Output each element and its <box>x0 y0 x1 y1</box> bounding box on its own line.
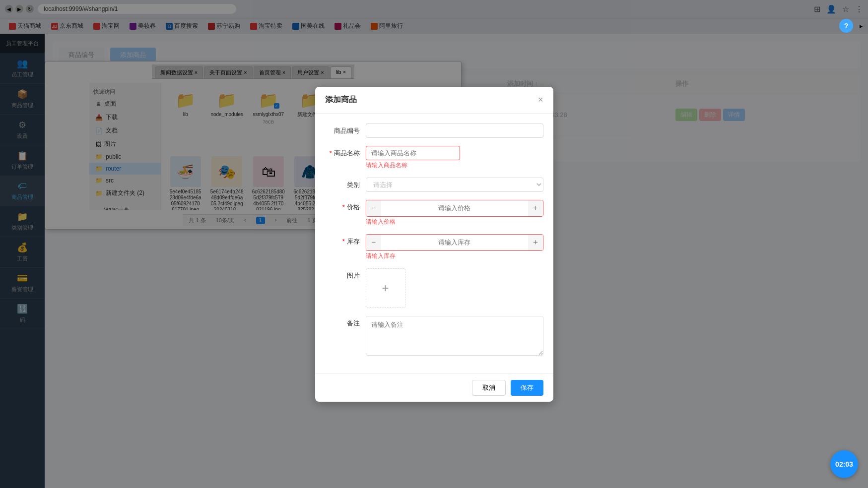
upload-plus-icon: + <box>382 281 389 295</box>
textarea-notes[interactable] <box>366 316 543 356</box>
error-stock: 请输入库存 <box>366 252 543 260</box>
modal-header: 添加商品 × <box>315 87 553 114</box>
form-row-image: 图片 + <box>325 268 543 308</box>
price-field-wrapper: － ＋ 请输入价格 <box>366 200 543 226</box>
label-stock: 库存 <box>325 234 360 246</box>
price-increment[interactable]: ＋ <box>528 200 543 216</box>
price-decrement[interactable]: － <box>366 200 381 216</box>
input-stock[interactable] <box>381 237 528 248</box>
image-upload-button[interactable]: + <box>366 268 405 308</box>
form-row-code: 商品编号 <box>325 123 543 138</box>
label-image: 图片 <box>325 268 360 280</box>
form-row-stock: 库存 － ＋ 请输入库存 <box>325 234 543 260</box>
label-product-name: 商品名称 <box>325 146 360 158</box>
error-product-name: 请输入商品名称 <box>366 161 543 170</box>
label-product-code: 商品编号 <box>325 123 360 135</box>
modal-close-button[interactable]: × <box>538 95 543 105</box>
input-price[interactable] <box>381 202 528 214</box>
stock-increment[interactable]: ＋ <box>528 235 543 250</box>
input-product-code[interactable] <box>366 123 543 138</box>
cancel-button[interactable]: 取消 <box>472 380 506 396</box>
form-row-price: 价格 － ＋ 请输入价格 <box>325 200 543 226</box>
input-product-name[interactable] <box>366 146 460 160</box>
label-notes: 备注 <box>325 316 360 328</box>
name-field-wrapper: 请输入商品名称 <box>366 146 543 170</box>
modal-body: 商品编号 商品名称 请输入商品名称 类别 请选择 价格 <box>315 114 553 373</box>
select-category[interactable]: 请选择 <box>366 178 543 192</box>
modal-title: 添加商品 <box>325 95 357 105</box>
stock-decrement[interactable]: － <box>366 235 381 250</box>
label-category: 类别 <box>325 178 360 189</box>
modal-footer: 取消 保存 <box>315 373 553 402</box>
help-button[interactable]: ? <box>839 19 853 33</box>
stock-field-wrapper: － ＋ 请输入库存 <box>366 234 543 260</box>
label-price: 价格 <box>325 200 360 212</box>
timer-badge: 02:03 <box>830 450 858 478</box>
save-button[interactable]: 保存 <box>511 380 543 396</box>
price-number-group: － ＋ <box>366 200 543 217</box>
form-row-name: 商品名称 请输入商品名称 <box>325 146 543 170</box>
modal-overlay: 添加商品 × 商品编号 商品名称 请输入商品名称 类别 请选择 <box>0 0 868 488</box>
form-row-category: 类别 请选择 <box>325 178 543 192</box>
form-row-notes: 备注 <box>325 316 543 356</box>
stock-number-group: － ＋ <box>366 234 543 251</box>
add-product-modal: 添加商品 × 商品编号 商品名称 请输入商品名称 类别 请选择 <box>315 87 553 402</box>
error-price: 请输入价格 <box>366 218 543 226</box>
